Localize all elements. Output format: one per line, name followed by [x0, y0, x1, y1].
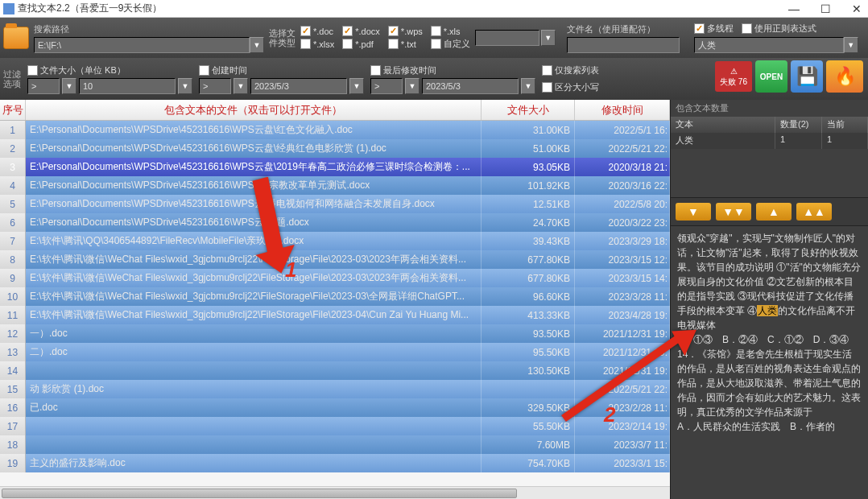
window-title: 查找文本2.2（吾爱五一9天长假）: [18, 2, 162, 15]
filesize-op[interactable]: [27, 78, 60, 94]
dropdown-icon[interactable]: ▼: [62, 78, 76, 94]
filesize-filter-checkbox[interactable]: 文件大小（单位 KB）: [27, 64, 192, 76]
table-row[interactable]: 3E:\Personal\Documents\WPSDrive\45231661…: [0, 158, 670, 176]
close-button[interactable]: ✕: [849, 2, 865, 15]
table-row[interactable]: 1E:\Personal\Documents\WPSDrive\45231661…: [0, 121, 670, 139]
cell-file: E:\Personal\Documents\WPSDrive\452316616…: [26, 158, 482, 176]
mtime-filter-checkbox[interactable]: 最后修改时间: [370, 64, 535, 76]
cell-index: 6: [0, 213, 26, 232]
dropdown-icon[interactable]: ▼: [234, 78, 248, 94]
mtime-op[interactable]: [370, 78, 403, 94]
keyword-input[interactable]: [694, 37, 844, 53]
ctime-op[interactable]: [199, 78, 231, 94]
dropdown-icon[interactable]: ▼: [349, 78, 364, 94]
open-button[interactable]: OPEN: [755, 60, 787, 93]
header-file[interactable]: 包含文本的文件（双击可以打开文件）: [26, 100, 482, 120]
filter-side-label: 过滤 选项: [3, 69, 21, 89]
table-row[interactable]: 4E:\Personal\Documents\WPSDrive\45231661…: [0, 176, 670, 195]
filetype-txt[interactable]: *.txt: [388, 38, 423, 50]
cell-size: [482, 380, 575, 398]
listonly-checkbox[interactable]: 仅搜索列表: [542, 64, 599, 76]
table-row[interactable]: 10E:\软件\腾讯\微信\WeChat Files\wxid_3gjcbmu9…: [0, 287, 670, 306]
path-dropdown[interactable]: ▼: [250, 37, 264, 53]
table-row[interactable]: 5E:\Personal\Documents\WPSDrive\45231661…: [0, 195, 670, 213]
cell-size: 130.50KB: [482, 361, 575, 380]
casesensitive-checkbox[interactable]: 区分大小写: [542, 81, 599, 93]
table-row[interactable]: 16 已.doc329.50KB2023/2/28 11:: [0, 398, 670, 417]
cell-index: 8: [0, 250, 26, 269]
cell-size: 329.50KB: [482, 398, 575, 417]
nav-top-button[interactable]: ▲▲: [796, 203, 832, 221]
cell-index: 7: [0, 232, 26, 250]
minimize-button[interactable]: —: [785, 2, 803, 15]
table-row[interactable]: 9E:\软件\腾讯\微信\WeChat Files\wxid_3gjcbmu9r…: [0, 269, 670, 287]
results-pane: 序号 包含文本的文件（双击可以打开文件） 文件大小 修改时间 1E:\Perso…: [0, 100, 670, 499]
cell-file: E:\软件\腾讯\微信\WeChat Files\wxid_3gjcbmu9rc…: [26, 250, 482, 269]
folder-icon[interactable]: [3, 27, 29, 49]
scrollbar-thumb[interactable]: [2, 489, 517, 498]
save-button[interactable]: 💾: [791, 60, 823, 93]
table-row[interactable]: 7E:\软件\腾讯\QQ\3406544892\FileRecv\MobileF…: [0, 232, 670, 250]
header-date[interactable]: 修改时间: [575, 100, 670, 120]
table-row[interactable]: 11E:\软件\腾讯\微信\WeChat Files\wxid_3gjcbmu9…: [0, 306, 670, 324]
filetype-pdf[interactable]: *.pdf: [342, 38, 380, 50]
table-row[interactable]: 19 主义的盛行及影响.doc754.70KB2023/3/1 15:: [0, 454, 670, 472]
cell-size: 55.50KB: [482, 417, 575, 435]
check-icon: [300, 39, 311, 49]
search-button[interactable]: 🔥: [826, 60, 863, 93]
table-row[interactable]: 14130.50KB2021/12/31 19:: [0, 361, 670, 380]
cell-index: 1: [0, 121, 26, 139]
table-row[interactable]: 8E:\软件\腾讯\微信\WeChat Files\wxid_3gjcbmu9r…: [0, 250, 670, 269]
ctime-value[interactable]: [250, 78, 347, 94]
keyword-dropdown[interactable]: ▼: [844, 37, 858, 53]
custom-ext-dropdown[interactable]: ▼: [541, 30, 556, 46]
filename-input[interactable]: [567, 37, 680, 53]
dropdown-icon[interactable]: ▼: [178, 78, 192, 94]
filetype-doc[interactable]: *.doc: [300, 26, 334, 36]
table-row[interactable]: 187.60MB2023/3/7 11:: [0, 435, 670, 454]
cell-index: 4: [0, 176, 26, 195]
check-icon: [342, 26, 353, 36]
table-row[interactable]: 12 一）.doc93.50KB2021/12/31 19:: [0, 324, 670, 343]
horizontal-scrollbar[interactable]: [0, 486, 670, 499]
mtime-value[interactable]: [422, 78, 519, 94]
dropdown-icon[interactable]: ▼: [405, 78, 420, 94]
check-icon: [542, 65, 552, 76]
header-size[interactable]: 文件大小: [482, 100, 575, 120]
filetype-自定义[interactable]: 自定义: [431, 38, 470, 50]
nav-up-button[interactable]: ▲: [756, 203, 792, 221]
filetype-xlsx[interactable]: *.xlsx: [300, 38, 334, 50]
maximize-button[interactable]: ☐: [817, 2, 834, 15]
filetype-wps[interactable]: *.wps: [388, 26, 423, 36]
nav-bottom-button[interactable]: ▼▼: [716, 203, 751, 221]
grid-body[interactable]: 1E:\Personal\Documents\WPSDrive\45231661…: [0, 121, 670, 486]
cell-date: 2023/2/14 19:: [575, 417, 670, 435]
cell-file: E:\Personal\Documents\WPSDrive\452316616…: [26, 195, 482, 213]
cell-date: 2022/5/21 22:: [575, 139, 670, 158]
cell-index: 3: [0, 158, 26, 176]
table-row[interactable]: 1755.50KB2023/2/14 19:: [0, 417, 670, 435]
table-row[interactable]: 13 二）.doc95.50KB2021/12/31 19:: [0, 343, 670, 361]
table-row[interactable]: 15 动 影欣赏 (1).doc2022/5/21 22:: [0, 380, 670, 398]
path-input[interactable]: [34, 37, 250, 53]
rp-data-row[interactable]: 人类 1 1: [671, 133, 868, 149]
header-index[interactable]: 序号: [0, 100, 26, 120]
check-icon: [542, 82, 552, 93]
table-row[interactable]: 6E:\Personal\Documents\WPSDrive\45231661…: [0, 213, 670, 232]
dropdown-icon[interactable]: ▼: [521, 78, 535, 94]
table-row[interactable]: 2E:\Personal\Documents\WPSDrive\45231661…: [0, 139, 670, 158]
nav-down-button[interactable]: ▼: [676, 203, 711, 221]
cell-file: E:\Personal\Documents\WPSDrive\452316616…: [26, 121, 482, 139]
filetype-docx[interactable]: *.docx: [342, 26, 380, 36]
multithread-checkbox[interactable]: 多线程: [694, 23, 734, 35]
ctime-filter-checkbox[interactable]: 创建时间: [199, 64, 364, 76]
regex-checkbox[interactable]: 使用正则表达式: [742, 23, 816, 35]
filesize-value[interactable]: [79, 78, 176, 94]
custom-ext-input[interactable]: [475, 30, 539, 46]
cell-date: 2022/5/8 20:: [575, 195, 670, 213]
cell-date: 2022/5/21 22:: [575, 380, 670, 398]
check-icon: [431, 39, 441, 49]
preview-text[interactable]: 领观众"穿越"，实现与"文物制作匠人"的对话，让文物"活"起来，取得了良好的收视…: [671, 226, 868, 499]
filetype-xls[interactable]: *.xls: [431, 26, 470, 36]
path-label: 搜索路径: [34, 23, 264, 35]
